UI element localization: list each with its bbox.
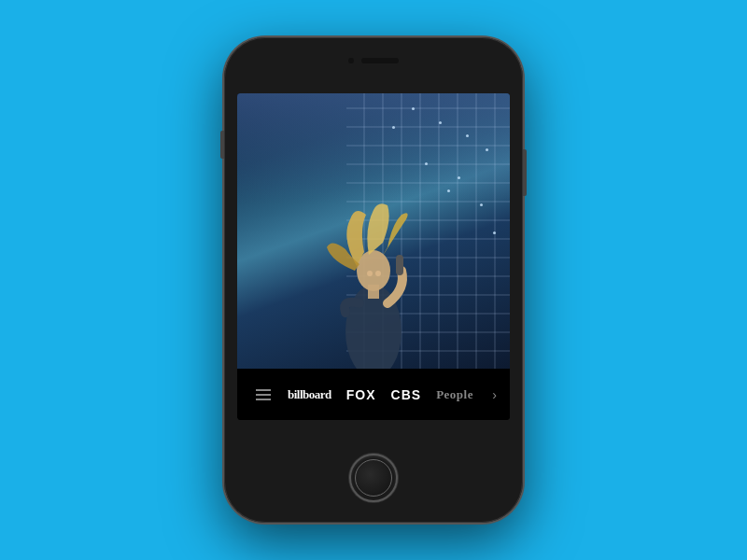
home-button-inner — [355, 459, 392, 497]
home-button[interactable] — [349, 454, 398, 502]
hamburger-line-1 — [256, 389, 271, 391]
light-dot — [480, 203, 483, 206]
content-image — [237, 93, 510, 369]
svg-rect-2 — [368, 285, 379, 299]
phone-body: billboard FOX CBS People › — [224, 37, 523, 523]
light-dot — [412, 107, 415, 110]
phone-screen: billboard FOX CBS People › — [237, 93, 510, 420]
phone-mockup: billboard FOX CBS People › — [224, 37, 523, 523]
menu-button[interactable] — [247, 382, 280, 408]
channel-toolbar: billboard FOX CBS People › — [237, 369, 510, 420]
speaker-grille — [361, 58, 399, 63]
cbs-logo[interactable]: CBS — [391, 387, 422, 402]
more-channels-chevron[interactable]: › — [488, 387, 500, 402]
fox-logo[interactable]: FOX — [346, 387, 376, 402]
camera-dot — [348, 58, 354, 63]
svg-point-5 — [375, 271, 381, 276]
channel-logos: billboard FOX CBS People — [280, 387, 488, 402]
svg-point-4 — [367, 271, 373, 276]
light-dot — [439, 121, 442, 124]
phone-top-details — [336, 56, 411, 65]
billboard-logo[interactable]: billboard — [288, 387, 331, 402]
performer-silhouette — [299, 182, 448, 369]
hamburger-line-2 — [256, 394, 271, 396]
people-logo[interactable]: People — [436, 387, 473, 402]
light-dot — [486, 148, 488, 151]
svg-rect-3 — [396, 255, 403, 275]
hamburger-line-3 — [256, 399, 271, 400]
